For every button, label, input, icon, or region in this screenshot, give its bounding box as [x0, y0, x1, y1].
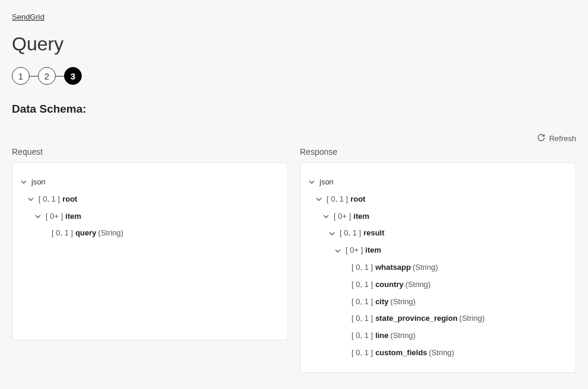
chevron-down-icon[interactable]: [309, 179, 317, 185]
tree-cardinality: [ 0+ ]: [46, 211, 63, 223]
tree-name: country: [375, 279, 404, 291]
tree-type: (String): [391, 330, 416, 342]
tree-node: [ 0, 1 ] custom_fields (String): [309, 345, 567, 362]
tree-name: item: [365, 244, 381, 257]
tree-name: root: [350, 193, 365, 206]
section-title: Data Schema:: [12, 103, 576, 116]
request-panel: json[ 0, 1 ] root[ 0+ ] item[ 0, 1 ] que…: [12, 162, 288, 340]
tree-cardinality: [ 0, 1 ]: [52, 227, 73, 240]
chevron-down-icon[interactable]: [28, 196, 36, 202]
tree-cardinality: [ 0+ ]: [346, 244, 363, 257]
chevron-down-icon[interactable]: [21, 179, 29, 185]
tree-node[interactable]: [ 0+ ] item: [21, 208, 279, 225]
tree-cardinality: [ 0, 1 ]: [351, 296, 373, 308]
request-title: Request: [12, 147, 288, 157]
tree-type: (String): [413, 262, 438, 274]
tree-node: [ 0, 1 ] query (String): [21, 225, 279, 242]
tree-type: (String): [429, 347, 455, 359]
tree-node: [ 0, 1 ] city (String): [309, 294, 567, 311]
page-title: Query: [12, 33, 576, 55]
response-panel: json[ 0, 1 ] root[ 0+ ] item[ 0, 1 ] res…: [300, 162, 576, 373]
tree-name: state_province_region: [375, 313, 458, 325]
tree-label: json: [319, 176, 334, 189]
tree-cardinality: [ 0, 1 ]: [39, 193, 60, 206]
tree-type: (String): [405, 279, 431, 291]
step-2[interactable]: 2: [38, 67, 56, 85]
chevron-down-icon[interactable]: [316, 196, 324, 202]
tree-name: result: [363, 227, 384, 240]
refresh-button[interactable]: Refresh: [537, 133, 576, 144]
tree-cardinality: [ 0, 1 ]: [327, 193, 348, 206]
step-3[interactable]: 3: [64, 67, 82, 85]
tree-name: custom_fields: [375, 347, 427, 359]
tree-name: item: [65, 211, 81, 223]
response-title: Response: [300, 147, 576, 157]
tree-cardinality: [ 0, 1 ]: [351, 347, 373, 359]
tree-node[interactable]: [ 0+ ] item: [309, 208, 567, 225]
step-line: [30, 76, 38, 76]
tree-node[interactable]: [ 0, 1 ] result: [309, 225, 567, 242]
refresh-label: Refresh: [549, 134, 576, 143]
tree-node[interactable]: [ 0, 1 ] root: [21, 191, 279, 208]
tree-node: [ 0, 1 ] whatsapp (String): [309, 259, 567, 276]
chevron-down-icon[interactable]: [329, 231, 337, 237]
tree-type: (String): [459, 313, 485, 325]
tree-cardinality: [ 0, 1 ]: [351, 330, 373, 342]
tree-name: item: [353, 211, 369, 223]
tree-name: root: [62, 193, 77, 206]
refresh-icon: [537, 133, 545, 144]
tree-name: whatsapp: [375, 262, 411, 274]
tree-label: json: [31, 176, 46, 189]
tree-name: line: [375, 330, 388, 342]
tree-node[interactable]: [ 0+ ] item: [309, 242, 567, 259]
chevron-down-icon[interactable]: [35, 213, 43, 219]
tree-node[interactable]: json: [309, 174, 567, 191]
tree-node[interactable]: json: [21, 174, 279, 191]
tree-node: [ 0, 1 ] line (String): [309, 327, 567, 345]
tree-cardinality: [ 0, 1 ]: [351, 313, 373, 325]
tree-type: (String): [98, 227, 124, 240]
step-1[interactable]: 1: [12, 67, 30, 85]
tree-type: (String): [391, 296, 416, 308]
tree-name: query: [75, 227, 96, 240]
tree-cardinality: [ 0, 1 ]: [340, 227, 361, 240]
chevron-down-icon[interactable]: [323, 213, 331, 219]
stepper: 123: [12, 67, 576, 85]
tree-name: city: [375, 296, 388, 308]
breadcrumb[interactable]: SendGrid: [12, 12, 44, 21]
tree-node[interactable]: [ 0, 1 ] root: [309, 191, 567, 208]
tree-node: [ 0, 1 ] state_province_region (String): [309, 310, 567, 327]
tree-cardinality: [ 0, 1 ]: [351, 279, 373, 291]
tree-cardinality: [ 0+ ]: [334, 211, 351, 223]
step-line: [56, 76, 64, 76]
chevron-down-icon[interactable]: [335, 248, 343, 254]
tree-cardinality: [ 0, 1 ]: [351, 262, 373, 274]
tree-node: [ 0, 1 ] country (String): [309, 276, 567, 294]
